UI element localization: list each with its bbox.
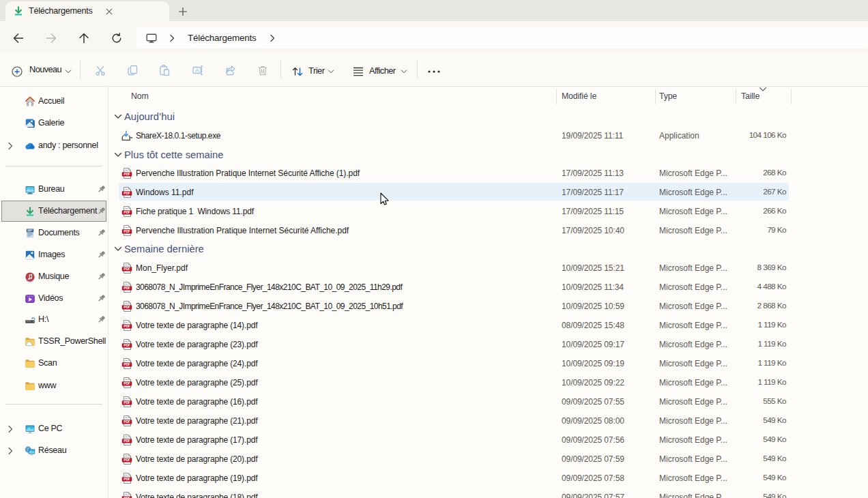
svg-text:A: A	[195, 67, 199, 74]
